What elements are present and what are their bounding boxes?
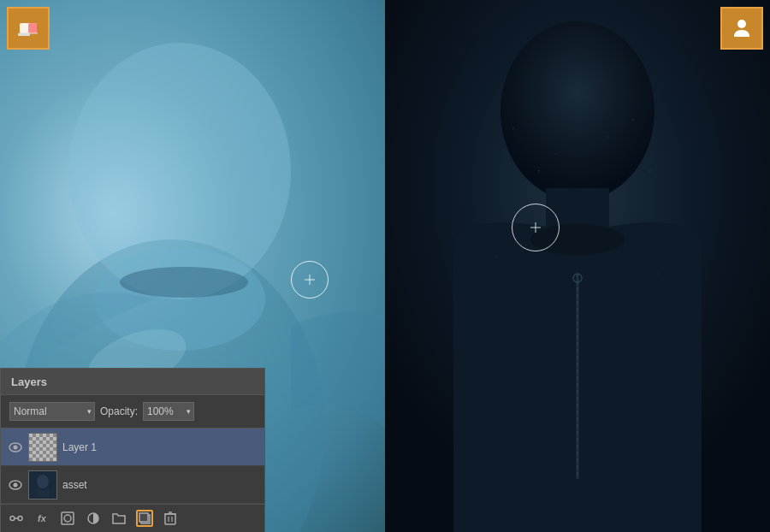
canvas-area: Layers Normal Multiply Screen Overlay ▾ …	[0, 0, 770, 532]
new-fill-icon[interactable]	[85, 510, 102, 527]
svg-rect-39	[28, 23, 37, 33]
svg-point-32	[538, 170, 540, 172]
svg-point-8	[14, 482, 18, 487]
visibility-icon-asset[interactable]	[8, 477, 23, 493]
svg-point-2	[68, 43, 291, 299]
fx-icon[interactable]: fx	[33, 510, 50, 527]
new-group-icon[interactable]	[110, 510, 127, 527]
svg-point-35	[649, 170, 651, 172]
left-tool-icon[interactable]	[7, 7, 50, 50]
right-canvas-bg	[385, 0, 770, 532]
opacity-select[interactable]: 100% 75% 50% 25%	[143, 402, 194, 421]
layer-name-layer1: Layer 1	[62, 441, 97, 453]
layer-row-asset[interactable]: asset	[1, 466, 264, 504]
layer-thumb-asset	[28, 470, 57, 499]
layers-panel-header: Layers	[1, 369, 264, 395]
layers-toolbar: fx	[1, 504, 264, 532]
svg-rect-10	[10, 517, 15, 521]
opacity-label: Opacity:	[100, 405, 138, 417]
svg-rect-12	[62, 512, 74, 524]
svg-rect-17	[165, 514, 175, 524]
svg-rect-41	[18, 33, 30, 36]
svg-point-3	[120, 267, 248, 298]
svg-point-26	[530, 224, 625, 255]
right-tool-icon[interactable]	[720, 7, 763, 50]
left-canvas-panel[interactable]: Layers Normal Multiply Screen Overlay ▾ …	[0, 0, 385, 532]
right-canvas-panel[interactable]	[385, 0, 770, 532]
svg-point-37	[658, 273, 660, 275]
svg-point-30	[512, 127, 514, 129]
svg-rect-16	[139, 513, 148, 522]
new-layer-icon[interactable]	[136, 510, 153, 527]
svg-point-33	[607, 136, 608, 138]
opacity-wrapper[interactable]: 100% 75% 50% 25% ▾	[143, 402, 194, 421]
right-mannequin-art	[385, 0, 770, 532]
layer-row-layer1[interactable]: Layer 1	[1, 429, 264, 466]
blend-mode-select[interactable]: Normal Multiply Screen Overlay	[9, 402, 95, 421]
delete-layer-icon[interactable]	[162, 510, 179, 527]
layers-panel: Layers Normal Multiply Screen Overlay ▾ …	[0, 368, 265, 532]
layers-panel-title: Layers	[11, 375, 47, 388]
person-tool-svg	[730, 16, 754, 40]
svg-point-42	[737, 20, 746, 28]
layer-name-asset: asset	[62, 479, 87, 491]
svg-rect-11	[18, 517, 22, 521]
eraser-tool-svg	[16, 16, 40, 40]
layer-thumb-layer1	[28, 433, 57, 462]
svg-point-34	[632, 119, 634, 121]
add-mask-icon[interactable]	[59, 510, 76, 527]
svg-point-13	[64, 515, 71, 522]
visibility-icon-layer1[interactable]	[8, 440, 23, 455]
svg-point-23	[500, 21, 654, 201]
layers-controls: Normal Multiply Screen Overlay ▾ Opacity…	[1, 395, 264, 429]
svg-point-36	[495, 256, 497, 257]
blend-mode-wrapper[interactable]: Normal Multiply Screen Overlay ▾	[9, 402, 95, 421]
link-layers-icon[interactable]	[8, 510, 25, 527]
svg-point-9	[37, 475, 49, 488]
svg-point-6	[14, 445, 18, 449]
svg-point-31	[555, 153, 557, 155]
